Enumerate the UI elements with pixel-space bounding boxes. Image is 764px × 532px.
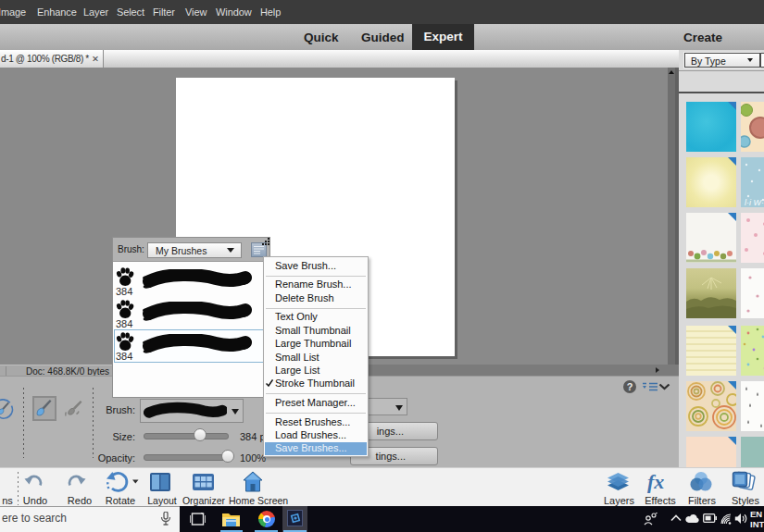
svg-text:l·i W·: l·i W· xyxy=(745,198,764,207)
